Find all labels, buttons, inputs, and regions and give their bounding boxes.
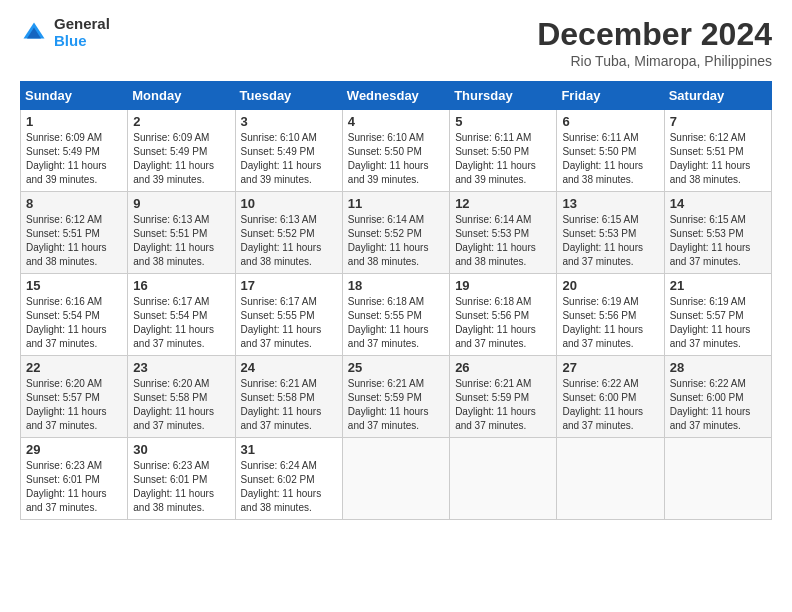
day-info: Sunrise: 6:09 AM Sunset: 5:49 PM Dayligh… bbox=[133, 131, 229, 187]
week-row-1: 1Sunrise: 6:09 AM Sunset: 5:49 PM Daylig… bbox=[21, 110, 772, 192]
day-number: 10 bbox=[241, 196, 337, 211]
day-cell: 14Sunrise: 6:15 AM Sunset: 5:53 PM Dayli… bbox=[664, 192, 771, 274]
day-cell: 31Sunrise: 6:24 AM Sunset: 6:02 PM Dayli… bbox=[235, 438, 342, 520]
day-number: 23 bbox=[133, 360, 229, 375]
day-info: Sunrise: 6:22 AM Sunset: 6:00 PM Dayligh… bbox=[670, 377, 766, 433]
location: Rio Tuba, Mimaropa, Philippines bbox=[537, 53, 772, 69]
logo-blue-text: Blue bbox=[54, 33, 110, 50]
day-number: 29 bbox=[26, 442, 122, 457]
day-info: Sunrise: 6:21 AM Sunset: 5:59 PM Dayligh… bbox=[455, 377, 551, 433]
day-number: 20 bbox=[562, 278, 658, 293]
day-cell: 10Sunrise: 6:13 AM Sunset: 5:52 PM Dayli… bbox=[235, 192, 342, 274]
day-cell: 17Sunrise: 6:17 AM Sunset: 5:55 PM Dayli… bbox=[235, 274, 342, 356]
day-number: 18 bbox=[348, 278, 444, 293]
day-info: Sunrise: 6:23 AM Sunset: 6:01 PM Dayligh… bbox=[133, 459, 229, 515]
day-info: Sunrise: 6:13 AM Sunset: 5:51 PM Dayligh… bbox=[133, 213, 229, 269]
week-row-5: 29Sunrise: 6:23 AM Sunset: 6:01 PM Dayli… bbox=[21, 438, 772, 520]
day-cell: 5Sunrise: 6:11 AM Sunset: 5:50 PM Daylig… bbox=[450, 110, 557, 192]
header-friday: Friday bbox=[557, 82, 664, 110]
day-number: 8 bbox=[26, 196, 122, 211]
day-cell: 13Sunrise: 6:15 AM Sunset: 5:53 PM Dayli… bbox=[557, 192, 664, 274]
day-info: Sunrise: 6:10 AM Sunset: 5:50 PM Dayligh… bbox=[348, 131, 444, 187]
day-number: 28 bbox=[670, 360, 766, 375]
title-area: December 2024 Rio Tuba, Mimaropa, Philip… bbox=[537, 16, 772, 69]
day-number: 30 bbox=[133, 442, 229, 457]
header-monday: Monday bbox=[128, 82, 235, 110]
day-cell: 21Sunrise: 6:19 AM Sunset: 5:57 PM Dayli… bbox=[664, 274, 771, 356]
header-tuesday: Tuesday bbox=[235, 82, 342, 110]
day-info: Sunrise: 6:20 AM Sunset: 5:57 PM Dayligh… bbox=[26, 377, 122, 433]
day-info: Sunrise: 6:15 AM Sunset: 5:53 PM Dayligh… bbox=[562, 213, 658, 269]
day-info: Sunrise: 6:21 AM Sunset: 5:58 PM Dayligh… bbox=[241, 377, 337, 433]
day-number: 12 bbox=[455, 196, 551, 211]
day-info: Sunrise: 6:11 AM Sunset: 5:50 PM Dayligh… bbox=[455, 131, 551, 187]
day-info: Sunrise: 6:18 AM Sunset: 5:56 PM Dayligh… bbox=[455, 295, 551, 351]
day-cell: 2Sunrise: 6:09 AM Sunset: 5:49 PM Daylig… bbox=[128, 110, 235, 192]
day-number: 6 bbox=[562, 114, 658, 129]
day-number: 7 bbox=[670, 114, 766, 129]
day-cell: 15Sunrise: 6:16 AM Sunset: 5:54 PM Dayli… bbox=[21, 274, 128, 356]
day-info: Sunrise: 6:14 AM Sunset: 5:52 PM Dayligh… bbox=[348, 213, 444, 269]
header-sunday: Sunday bbox=[21, 82, 128, 110]
day-info: Sunrise: 6:19 AM Sunset: 5:57 PM Dayligh… bbox=[670, 295, 766, 351]
day-info: Sunrise: 6:10 AM Sunset: 5:49 PM Dayligh… bbox=[241, 131, 337, 187]
day-cell: 22Sunrise: 6:20 AM Sunset: 5:57 PM Dayli… bbox=[21, 356, 128, 438]
day-number: 16 bbox=[133, 278, 229, 293]
calendar-page: General Blue December 2024 Rio Tuba, Mim… bbox=[0, 0, 792, 530]
day-cell: 19Sunrise: 6:18 AM Sunset: 5:56 PM Dayli… bbox=[450, 274, 557, 356]
day-number: 11 bbox=[348, 196, 444, 211]
day-info: Sunrise: 6:18 AM Sunset: 5:55 PM Dayligh… bbox=[348, 295, 444, 351]
day-cell: 23Sunrise: 6:20 AM Sunset: 5:58 PM Dayli… bbox=[128, 356, 235, 438]
day-info: Sunrise: 6:12 AM Sunset: 5:51 PM Dayligh… bbox=[26, 213, 122, 269]
day-info: Sunrise: 6:13 AM Sunset: 5:52 PM Dayligh… bbox=[241, 213, 337, 269]
day-cell: 3Sunrise: 6:10 AM Sunset: 5:49 PM Daylig… bbox=[235, 110, 342, 192]
day-cell: 12Sunrise: 6:14 AM Sunset: 5:53 PM Dayli… bbox=[450, 192, 557, 274]
day-cell: 6Sunrise: 6:11 AM Sunset: 5:50 PM Daylig… bbox=[557, 110, 664, 192]
day-number: 5 bbox=[455, 114, 551, 129]
header-saturday: Saturday bbox=[664, 82, 771, 110]
day-number: 17 bbox=[241, 278, 337, 293]
logo-text: General Blue bbox=[54, 16, 110, 49]
day-cell: 30Sunrise: 6:23 AM Sunset: 6:01 PM Dayli… bbox=[128, 438, 235, 520]
day-cell: 8Sunrise: 6:12 AM Sunset: 5:51 PM Daylig… bbox=[21, 192, 128, 274]
day-cell: 7Sunrise: 6:12 AM Sunset: 5:51 PM Daylig… bbox=[664, 110, 771, 192]
day-number: 2 bbox=[133, 114, 229, 129]
logo: General Blue bbox=[20, 16, 110, 49]
day-cell: 29Sunrise: 6:23 AM Sunset: 6:01 PM Dayli… bbox=[21, 438, 128, 520]
day-cell bbox=[557, 438, 664, 520]
day-info: Sunrise: 6:12 AM Sunset: 5:51 PM Dayligh… bbox=[670, 131, 766, 187]
day-info: Sunrise: 6:16 AM Sunset: 5:54 PM Dayligh… bbox=[26, 295, 122, 351]
day-number: 9 bbox=[133, 196, 229, 211]
calendar-table: Sunday Monday Tuesday Wednesday Thursday… bbox=[20, 81, 772, 520]
day-number: 13 bbox=[562, 196, 658, 211]
day-number: 24 bbox=[241, 360, 337, 375]
header-wednesday: Wednesday bbox=[342, 82, 449, 110]
day-number: 22 bbox=[26, 360, 122, 375]
day-number: 14 bbox=[670, 196, 766, 211]
day-number: 3 bbox=[241, 114, 337, 129]
day-number: 26 bbox=[455, 360, 551, 375]
day-cell: 28Sunrise: 6:22 AM Sunset: 6:00 PM Dayli… bbox=[664, 356, 771, 438]
header: General Blue December 2024 Rio Tuba, Mim… bbox=[20, 16, 772, 69]
day-info: Sunrise: 6:19 AM Sunset: 5:56 PM Dayligh… bbox=[562, 295, 658, 351]
day-info: Sunrise: 6:21 AM Sunset: 5:59 PM Dayligh… bbox=[348, 377, 444, 433]
week-row-3: 15Sunrise: 6:16 AM Sunset: 5:54 PM Dayli… bbox=[21, 274, 772, 356]
day-number: 4 bbox=[348, 114, 444, 129]
day-cell: 26Sunrise: 6:21 AM Sunset: 5:59 PM Dayli… bbox=[450, 356, 557, 438]
day-info: Sunrise: 6:17 AM Sunset: 5:54 PM Dayligh… bbox=[133, 295, 229, 351]
day-cell: 27Sunrise: 6:22 AM Sunset: 6:00 PM Dayli… bbox=[557, 356, 664, 438]
day-cell: 16Sunrise: 6:17 AM Sunset: 5:54 PM Dayli… bbox=[128, 274, 235, 356]
week-row-4: 22Sunrise: 6:20 AM Sunset: 5:57 PM Dayli… bbox=[21, 356, 772, 438]
day-cell: 25Sunrise: 6:21 AM Sunset: 5:59 PM Dayli… bbox=[342, 356, 449, 438]
day-cell: 24Sunrise: 6:21 AM Sunset: 5:58 PM Dayli… bbox=[235, 356, 342, 438]
day-cell: 9Sunrise: 6:13 AM Sunset: 5:51 PM Daylig… bbox=[128, 192, 235, 274]
day-info: Sunrise: 6:20 AM Sunset: 5:58 PM Dayligh… bbox=[133, 377, 229, 433]
day-info: Sunrise: 6:17 AM Sunset: 5:55 PM Dayligh… bbox=[241, 295, 337, 351]
day-cell: 1Sunrise: 6:09 AM Sunset: 5:49 PM Daylig… bbox=[21, 110, 128, 192]
day-info: Sunrise: 6:23 AM Sunset: 6:01 PM Dayligh… bbox=[26, 459, 122, 515]
day-cell bbox=[664, 438, 771, 520]
day-info: Sunrise: 6:11 AM Sunset: 5:50 PM Dayligh… bbox=[562, 131, 658, 187]
day-cell bbox=[342, 438, 449, 520]
day-number: 31 bbox=[241, 442, 337, 457]
header-row: Sunday Monday Tuesday Wednesday Thursday… bbox=[21, 82, 772, 110]
